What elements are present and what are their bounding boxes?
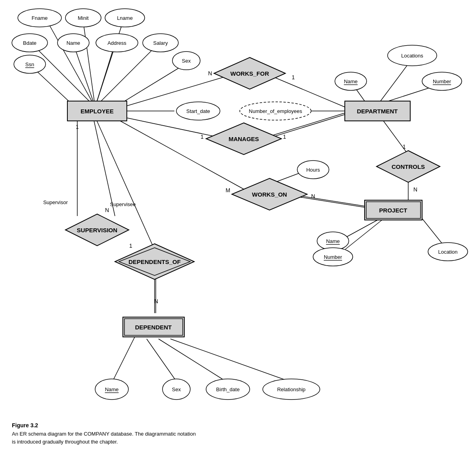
svg-line-6 [95,44,159,107]
svg-rect-52 [345,101,410,121]
svg-text:Supervisor: Supervisor [43,199,68,205]
svg-point-96 [95,379,128,400]
svg-point-88 [297,161,329,179]
svg-text:1: 1 [283,134,286,140]
svg-line-35 [159,339,226,381]
svg-text:Location: Location [438,249,457,255]
svg-text:MANAGES: MANAGES [229,136,259,142]
svg-line-24 [289,195,365,207]
caption-title: Figure 3.2 [12,422,250,428]
svg-point-70 [96,34,138,52]
svg-text:Ssn: Ssn [25,61,34,67]
svg-text:Birth_date: Birth_date [216,386,239,392]
svg-line-30 [95,117,155,250]
svg-line-9 [123,75,230,107]
svg-line-3 [32,44,95,107]
svg-point-90 [317,232,349,250]
er-diagram: .entity-rect { fill: #d3d3d3; stroke: bl… [0,0,476,420]
svg-line-1 [83,22,95,107]
svg-marker-47 [115,244,194,279]
svg-text:Name: Name [326,238,340,244]
svg-text:Name: Name [105,386,119,392]
svg-marker-39 [206,123,281,155]
svg-point-98 [162,379,190,400]
svg-point-94 [428,243,468,261]
svg-point-68 [57,34,89,52]
svg-text:Number: Number [324,254,342,260]
svg-line-10 [270,75,345,107]
svg-line-12 [353,84,365,101]
svg-text:Start_date: Start_date [186,108,210,114]
svg-text:EMPLOYEE: EMPLOYEE [80,108,113,115]
svg-line-13 [388,84,440,101]
svg-line-17 [262,113,345,139]
svg-text:Number_of_employees: Number_of_employees [249,108,302,114]
svg-line-33 [113,337,135,381]
svg-point-66 [12,34,48,52]
svg-marker-45 [65,214,129,246]
svg-line-21 [113,117,246,190]
caption-line1: An ER schema diagram for the COMPANY dat… [12,430,250,438]
svg-text:Number: Number [433,78,451,84]
svg-text:DEPENDENTS_OF: DEPENDENTS_OF [128,258,181,265]
svg-marker-48 [119,248,190,275]
svg-text:1: 1 [76,124,79,130]
svg-point-92 [313,248,353,266]
svg-line-34 [147,339,176,381]
svg-line-36 [170,339,289,381]
svg-text:CONTROLS: CONTROLS [392,163,425,170]
svg-rect-54 [365,200,422,220]
svg-point-102 [263,379,320,400]
svg-text:N: N [413,186,417,193]
svg-point-86 [422,72,462,90]
svg-text:Address: Address [107,40,126,46]
svg-text:DEPARTMENT: DEPARTMENT [357,108,398,115]
svg-text:SUPERVISION: SUPERVISION [77,227,117,233]
figure-caption: Figure 3.2 An ER schema diagram for the … [12,422,250,446]
svg-point-78 [176,102,220,120]
svg-line-16 [113,115,226,139]
svg-text:M: M [226,187,230,193]
svg-text:Bdate: Bdate [23,40,36,46]
svg-text:1: 1 [129,243,132,249]
svg-rect-58 [124,319,183,335]
svg-text:Fname: Fname [32,15,48,21]
svg-text:WORKS_ON: WORKS_ON [252,191,287,198]
svg-line-22 [270,172,301,184]
svg-text:N: N [105,207,109,213]
svg-point-100 [206,379,250,400]
svg-rect-57 [123,317,184,337]
svg-rect-50 [67,101,127,121]
svg-text:WORKS_FOR: WORKS_FOR [230,70,269,77]
svg-text:Hours: Hours [306,167,320,173]
svg-text:1: 1 [201,134,204,140]
svg-point-64 [105,9,145,27]
svg-line-0 [48,22,95,107]
svg-text:Sex: Sex [172,386,181,392]
svg-line-19 [380,117,408,155]
svg-line-18 [263,114,346,140]
svg-line-11 [380,59,412,101]
svg-text:N: N [208,70,212,76]
svg-text:Supervisee: Supervisee [110,201,136,207]
caption-line2: is introduced gradually throughout the c… [12,438,250,446]
svg-text:N: N [311,193,315,199]
svg-line-25 [345,214,388,238]
svg-text:Minit: Minit [78,15,89,21]
svg-point-84 [335,72,367,90]
svg-point-76 [172,52,200,70]
svg-line-8 [115,63,186,107]
svg-text:DEPENDENT: DEPENDENT [135,324,172,331]
svg-point-62 [65,9,101,27]
svg-point-74 [14,55,46,73]
svg-text:N: N [154,298,158,304]
svg-line-29 [93,117,115,216]
svg-text:Locations: Locations [401,53,423,59]
svg-line-26 [345,218,384,250]
svg-rect-55 [366,202,421,218]
svg-line-4 [73,44,95,107]
svg-text:1: 1 [403,143,406,150]
svg-point-82 [388,45,437,66]
svg-marker-37 [214,57,285,89]
svg-text:Name: Name [344,78,358,84]
